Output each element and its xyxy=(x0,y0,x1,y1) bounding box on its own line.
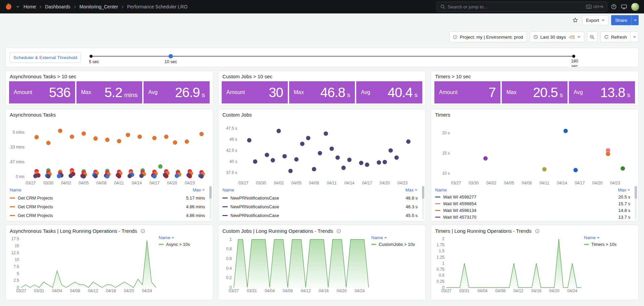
svg-text:47.5 s: 47.5 s xyxy=(226,126,237,131)
breadcrumb-folder[interactable]: Monitoring_Center xyxy=(79,4,118,9)
search-box[interactable]: ctrl+k xyxy=(437,2,607,12)
org-switcher-chevron-icon[interactable] xyxy=(15,4,20,9)
svg-text:04/16: 04/16 xyxy=(319,289,329,293)
threshold-slider[interactable]: 5 sec 10 sec 180sec xyxy=(90,49,575,66)
table-row: Wait WI 459827720.5 s xyxy=(434,193,635,200)
trends-row: Asynchronous Tasks | Long Running Operat… xyxy=(5,225,639,300)
series-name: Wait WI 4598277 xyxy=(443,194,476,200)
share-split-button: Share xyxy=(611,15,639,25)
table-scrollbar[interactable] xyxy=(422,186,424,219)
svg-text:04/11: 04/11 xyxy=(114,181,124,185)
svg-text:17.5: 17.5 xyxy=(11,236,19,241)
time-range-picker[interactable]: Last 30 days -05 xyxy=(530,32,584,42)
project-environment-button[interactable]: Project: my | Environment: prod xyxy=(449,32,527,42)
svg-text:03/27: 03/27 xyxy=(16,289,26,293)
svg-text:0.4: 0.4 xyxy=(226,266,232,271)
legend-item[interactable]: CustomJobs > 10s xyxy=(371,242,422,247)
stat-amount: Amount 536 xyxy=(9,81,75,103)
svg-text:10: 10 xyxy=(15,257,19,262)
async-scatter-chart[interactable]: 5 mins3.33 mins1.67 mins0 ms03/2703/3004… xyxy=(9,119,210,186)
legend-label: CustomJobs > 10s xyxy=(379,242,415,247)
series-max-value: 4.86 mins xyxy=(186,204,205,209)
svg-text:03/31: 03/31 xyxy=(34,289,44,293)
star-button[interactable] xyxy=(571,16,580,25)
series-color-dash xyxy=(222,206,228,207)
info-icon[interactable] xyxy=(141,229,145,233)
slider-handle[interactable] xyxy=(169,54,173,58)
legend-sort-header[interactable]: Name xyxy=(371,235,387,240)
export-button[interactable]: Export xyxy=(582,15,608,25)
refresh-button[interactable]: Refresh xyxy=(600,32,631,42)
panel-title: Custom Jobs xyxy=(222,111,422,119)
svg-text:04/20: 04/20 xyxy=(380,181,390,185)
column-header-name[interactable]: Name xyxy=(10,187,21,192)
column-header-max[interactable]: Max xyxy=(193,187,205,192)
top-nav: Home Dashboards Monitoring_Center Perfor… xyxy=(0,0,644,13)
column-header-max[interactable]: Max xyxy=(405,187,418,192)
legend-item[interactable]: Timers > 10s xyxy=(584,242,634,247)
column-header-name[interactable]: Name xyxy=(222,187,234,192)
svg-text:04/02: 04/02 xyxy=(274,181,284,185)
trend-legend: Name Async > 10s xyxy=(159,234,209,294)
svg-text:0.5: 0.5 xyxy=(439,273,444,278)
slider-min-label: 5 sec xyxy=(89,59,99,64)
svg-text:04/05: 04/05 xyxy=(291,181,302,185)
series-color-dash xyxy=(222,198,228,199)
table-row: Get CRM Projects4.86 mins xyxy=(9,211,210,220)
refresh-interval-chevron-icon[interactable] xyxy=(631,32,639,42)
svg-text:04/23: 04/23 xyxy=(185,181,195,185)
dashboard-actions-bar: Export Share xyxy=(0,13,644,27)
series-max-value: 5.17 mins xyxy=(186,195,205,201)
svg-text:03/27: 03/27 xyxy=(441,289,451,293)
stat-amount: Amount 30 xyxy=(222,81,288,103)
slider-track[interactable] xyxy=(90,56,575,57)
share-menu-chevron-icon[interactable] xyxy=(631,15,639,25)
timers-trend-chart[interactable]: 00.250.50.7511.251.51.75203/2703/3104/04… xyxy=(434,234,584,294)
help-icon[interactable] xyxy=(610,3,617,10)
share-button[interactable]: Share xyxy=(611,15,631,25)
svg-text:7.5: 7.5 xyxy=(13,264,19,269)
column-header-name[interactable]: Name xyxy=(435,187,447,192)
refresh-split-button: Refresh xyxy=(600,32,639,42)
breadcrumb-home[interactable]: Home xyxy=(23,4,36,9)
svg-text:42.5 s: 42.5 s xyxy=(226,148,237,153)
svg-text:04/14: 04/14 xyxy=(344,181,355,185)
table-scrollbar[interactable] xyxy=(209,186,212,219)
zoom-out-button[interactable] xyxy=(587,32,598,42)
svg-text:04/08: 04/08 xyxy=(495,289,505,293)
table-row: Wait WI 459985415.7 s xyxy=(434,200,635,207)
svg-text:04/16: 04/16 xyxy=(531,289,541,293)
breadcrumb-dashboards[interactable]: Dashboards xyxy=(45,4,70,9)
panel-timers-stats: Timers > 10 sec Amount 7 Max 20.5s Avg 1… xyxy=(431,71,639,105)
legend-item[interactable]: Async > 10s xyxy=(159,242,209,247)
timers-scatter-chart[interactable]: 20 s15 s10 s03/2703/3004/0204/0504/0804/… xyxy=(434,119,635,186)
customjobs-trend-chart[interactable]: 00.20.40.60.8103/2703/3104/0404/0804/120… xyxy=(222,234,371,294)
series-color-dash xyxy=(10,206,15,207)
keyboard-icon xyxy=(586,5,592,9)
user-avatar[interactable] xyxy=(631,3,639,11)
scheduler-threshold-button[interactable]: Scheduler & External Threshold xyxy=(10,52,81,63)
info-icon[interactable] xyxy=(535,229,540,233)
column-header-max[interactable]: Max xyxy=(618,187,630,192)
panel-title: Timers > 10 sec xyxy=(434,72,635,81)
info-icon[interactable] xyxy=(336,229,341,233)
legend-sort-header[interactable]: Name xyxy=(584,235,600,240)
grafana-logo[interactable] xyxy=(5,3,12,10)
svg-text:04/20: 04/20 xyxy=(549,289,559,293)
table-scrollbar[interactable] xyxy=(635,186,637,219)
series-name: Wait WI 4599854 xyxy=(443,201,476,206)
async-trend-chart[interactable]: 02.557.51012.51517.503/2703/3104/0404/08… xyxy=(9,234,159,294)
share-label: Share xyxy=(615,18,627,23)
breadcrumb-separator-icon xyxy=(39,5,42,8)
legend-sort-header[interactable]: Name xyxy=(159,235,174,240)
svg-text:03/31: 03/31 xyxy=(460,289,470,293)
series-color-dash xyxy=(371,244,376,245)
search-input[interactable] xyxy=(448,4,583,9)
customjobs-scatter-chart[interactable]: 47.5 s45 s42.5 s40 s37.5 s03/2703/3004/0… xyxy=(222,119,422,186)
panel-title: Custom Jobs | Long Running Operations - … xyxy=(222,228,333,234)
svg-text:1.67 mins: 1.67 mins xyxy=(9,160,24,164)
series-color-dash xyxy=(10,215,15,216)
series-name: NewPRNotificationsCase xyxy=(230,204,279,209)
kiosk-mode-icon[interactable] xyxy=(621,4,628,10)
legend-label: Async > 10s xyxy=(166,242,190,247)
